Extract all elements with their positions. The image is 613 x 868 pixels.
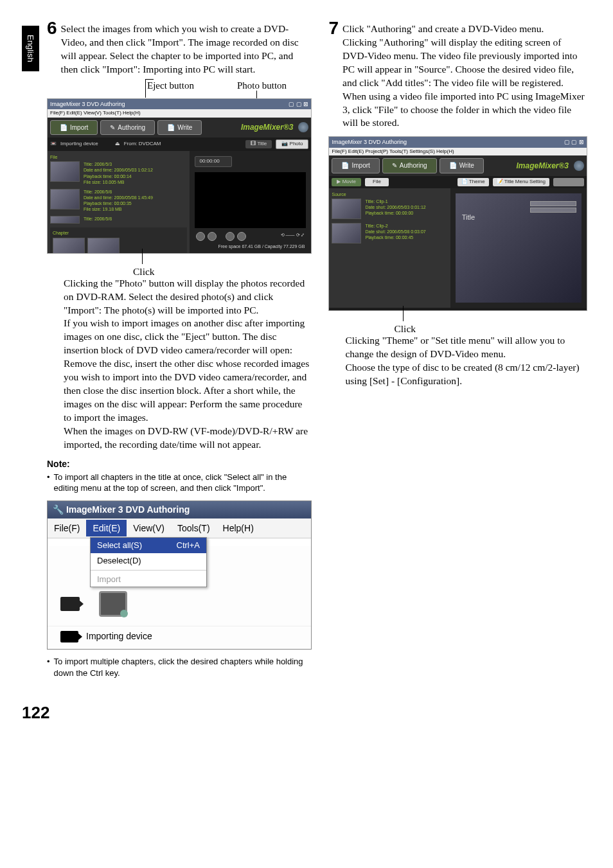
chapter-header: Chapter — [53, 230, 184, 237]
file-tab[interactable]: File — [365, 178, 389, 186]
chapter-thumb[interactable] — [87, 238, 120, 254]
menu-select-all[interactable]: Select all(S)Ctrl+A — [91, 538, 206, 553]
menu-edit[interactable]: Edit(E) — [86, 520, 127, 537]
file-header: File — [50, 154, 187, 161]
vf-mode-paragraph: When the images on DVD-RW (VF-mode)/DVD-… — [64, 425, 312, 452]
menu-deselect[interactable]: Deselect(D) — [91, 553, 206, 569]
click-callout: Click — [133, 265, 155, 279]
menu-view[interactable]: View(V) — [127, 520, 171, 537]
from-label: From: DVDCAM — [124, 141, 161, 148]
window-title: ImageMixer 3 DVD Authoring — [50, 100, 125, 108]
left-column: 6 Select the images from which you wish … — [47, 19, 312, 678]
capacity-label: 0.001 GB/4.700 GB — [544, 310, 583, 312]
note-1: To import all chapters in the title at o… — [54, 472, 312, 494]
edit-dropdown: Select all(S)Ctrl+A Deselect(D) Import — [90, 537, 207, 587]
importing-device-label: Importing device — [60, 141, 98, 148]
eject-paragraph: If you wish to import images on another … — [64, 317, 312, 424]
right-column: 7 Click "Authoring" and create a DVD-Vid… — [328, 19, 587, 678]
step-7-text-3: When using a video file imported into PC… — [342, 90, 587, 130]
toolbar-authoring[interactable]: ✎ Authoring — [382, 158, 437, 173]
page-number: 122 — [22, 703, 613, 723]
step-6-text: Select the images from which you wish to… — [61, 19, 312, 76]
authoring-screenshot: ImageMixer 3 DVD Authoring ▢ ▢ ⊠ File(F)… — [328, 136, 587, 311]
toolbar-authoring[interactable]: ✎ Authoring — [100, 120, 155, 136]
title-menu-setting-button[interactable]: 📝 Title Menu Setting — [493, 178, 549, 186]
file-row-3[interactable]: Title: 2006/5/8 — [50, 216, 187, 224]
preview-title-label: Title — [462, 213, 475, 222]
menu-import-item: Import — [91, 572, 206, 587]
step-6-number: 6 — [47, 19, 57, 37]
source-row-2[interactable]: Title: Clip-2 Date shot: 2006/05/08 0:03… — [332, 223, 447, 244]
photo-callout: Photo button — [237, 79, 287, 92]
step-7-text-2: Clicking "Authoring" will display the ed… — [342, 36, 587, 90]
time-display: 00:00:00 — [195, 156, 232, 167]
brand-label: ImageMixer®3 — [516, 161, 569, 171]
source-row-1[interactable]: Title: Clip-1 Date shot: 2006/05/03 0:01… — [332, 199, 447, 219]
click-callout: Click — [394, 323, 416, 336]
theme-button[interactable]: 📄 Theme — [458, 178, 489, 186]
window-controls: ▢ ▢ ⊠ — [564, 138, 584, 146]
language-tab: English — [22, 26, 39, 71]
menu-preview: Title — [456, 193, 582, 303]
menu-window-title: 🔧 ImageMixer 3 DVD Authoring — [48, 501, 311, 518]
camera-icon — [60, 597, 80, 611]
file-row-2[interactable]: Title: 2006/5/8 Date and time: 2006/05/0… — [50, 189, 187, 212]
window-controls: ▢ ▢ ⊠ — [289, 100, 308, 108]
import-screenshot: ImageMixer 3 DVD Authoring ▢ ▢ ⊠ File(F)… — [47, 98, 312, 254]
note-heading: Note: — [47, 458, 312, 470]
file-row-1[interactable]: Title: 2006/5/3 Date and time: 2006/05/0… — [50, 161, 187, 184]
photo-paragraph: Clicking the "Photo" button will display… — [64, 277, 312, 317]
edit-menu-screenshot: 🔧 ImageMixer 3 DVD Authoring File(F) Edi… — [47, 500, 312, 650]
disc-icon — [574, 161, 584, 171]
bullet-icon: • — [47, 472, 50, 494]
playback-controls[interactable]: ⟲ —— ⟳ ⤢ — [192, 231, 308, 242]
device-label: Importing device — [86, 630, 152, 642]
toolbar-import[interactable]: 📄 Import — [332, 158, 379, 173]
source-header: Source — [332, 191, 447, 199]
toolbar-write[interactable]: 📄 Write — [157, 120, 202, 136]
device-icon — [60, 631, 78, 642]
authoring-icon — [99, 591, 127, 617]
free-space-label: Free space 67.41 GB / Capacity 77.229 GB — [192, 242, 308, 251]
brand-label: ImageMixer®3 — [241, 122, 294, 132]
menubar: File(F) Edit(E) View(V) Tools(T) Help(H) — [48, 109, 311, 118]
menubar: File(F) Edit(E) Project(P) Tools(T) Sett… — [329, 148, 587, 156]
preview-area — [195, 172, 306, 229]
bullet-icon: • — [47, 656, 50, 678]
window-title: ImageMixer 3 DVD Authoring — [332, 138, 407, 146]
menu-help[interactable]: Help(H) — [217, 520, 260, 537]
note-2: To import multiple chapters, click the d… — [54, 656, 312, 678]
theme-paragraph: Clicking "Theme" or "Set title menu" wil… — [345, 334, 587, 361]
step-7-number: 7 — [328, 19, 339, 37]
eject-callout: Eject button — [147, 79, 194, 92]
step-7-text-1: Click "Authoring" and create a DVD-Video… — [342, 22, 587, 36]
chapter-thumb[interactable] — [53, 238, 85, 254]
toolbar-import[interactable]: 📄 Import — [50, 120, 98, 136]
disc-icon — [298, 122, 308, 132]
menu-file[interactable]: File(F) — [48, 520, 86, 537]
disc-type-paragraph: Choose the type of disc to be created (8… — [345, 361, 587, 388]
menu-tools[interactable]: Tools(T) — [171, 520, 217, 537]
toolbar-write[interactable]: 📄 Write — [440, 158, 484, 173]
